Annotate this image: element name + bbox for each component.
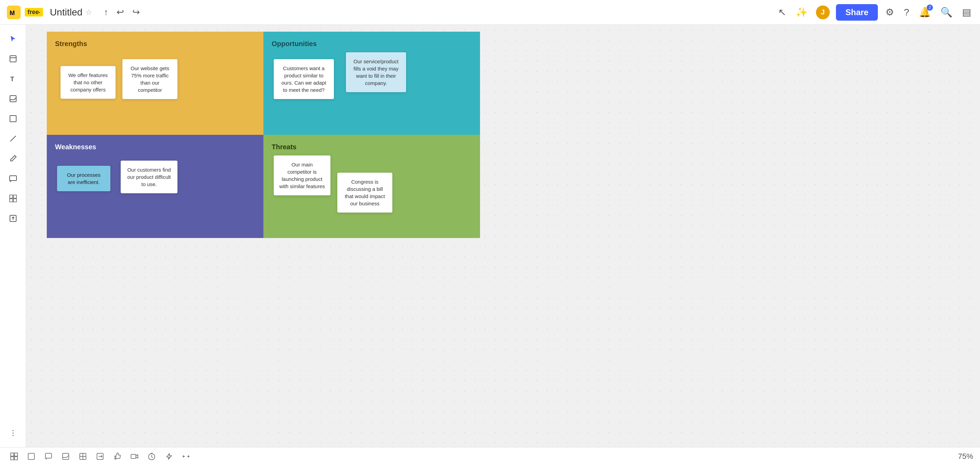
quadrant-threats: Threats Our main competitor is launching… <box>263 135 480 238</box>
svg-point-19 <box>13 435 13 436</box>
bottom-tool-grid[interactable] <box>7 451 21 462</box>
star-party-icon[interactable]: ✨ <box>794 5 810 20</box>
header: M free• Untitled ☆ ↑ ↩ ↪ ↖ ✨ J Share ⚙ ?… <box>0 0 980 25</box>
svg-rect-21 <box>14 453 18 456</box>
undo-button[interactable]: ↩ <box>115 5 126 20</box>
panel-icon[interactable]: ▤ <box>960 5 973 20</box>
miro-logo-icon: M <box>7 5 21 19</box>
bottom-tool-timer[interactable] <box>145 451 159 462</box>
strengths-label: Strengths <box>55 40 255 48</box>
svg-rect-13 <box>13 195 16 198</box>
quadrant-opportunities: Opportunities Customers want a product s… <box>263 32 480 135</box>
sidebar-tool-sticky[interactable] <box>5 90 22 107</box>
svg-rect-10 <box>10 176 16 181</box>
settings-icon[interactable]: ⚙ <box>883 5 896 20</box>
bottom-tool-link[interactable] <box>93 451 107 462</box>
weaknesses-label: Weaknesses <box>55 143 255 151</box>
free-badge: free• <box>25 8 43 16</box>
svg-rect-24 <box>28 453 34 460</box>
quadrant-weaknesses: Weaknesses Our processes are inefficient… <box>47 135 263 238</box>
bottom-tool-collapse[interactable] <box>179 451 193 462</box>
sidebar-tool-grid[interactable] <box>5 190 22 207</box>
swot-grid: Strengths We offer features that no othe… <box>47 32 480 238</box>
strength-note-2[interactable]: Our website gets 75% more traffic than o… <box>123 59 177 99</box>
svg-point-17 <box>13 430 13 431</box>
svg-text:M: M <box>10 10 15 16</box>
svg-rect-23 <box>14 457 18 460</box>
opportunity-note-1[interactable]: Customers want a product similar to ours… <box>274 59 334 99</box>
notifications-icon[interactable]: 🔔 2 <box>917 5 933 20</box>
sidebar-tool-line[interactable] <box>5 130 22 147</box>
svg-line-29 <box>67 455 69 457</box>
redo-button[interactable]: ↪ <box>130 5 142 20</box>
svg-rect-14 <box>10 199 13 202</box>
bottom-tool-video[interactable] <box>127 451 142 462</box>
sidebar-tool-text[interactable]: T <box>5 70 22 88</box>
cursor-icon[interactable]: ↖ <box>776 5 788 20</box>
sidebar-tool-frame[interactable] <box>5 50 22 67</box>
sidebar-tool-shape[interactable] <box>5 110 22 127</box>
weakness-note-1[interactable]: Our processes are inefficient. <box>57 166 110 191</box>
doc-title: Untitled ☆ <box>50 7 92 18</box>
threats-label: Threats <box>272 143 472 151</box>
bottom-tool-sticky[interactable] <box>59 451 73 462</box>
bottom-tool-grid2[interactable] <box>76 451 90 462</box>
weakness-note-2[interactable]: Our customers find our product difficult… <box>121 161 177 193</box>
header-actions: ↑ ↩ ↪ <box>102 5 142 20</box>
svg-rect-34 <box>131 454 136 459</box>
miro-logo: M <box>7 5 21 19</box>
bottom-tool-flash[interactable] <box>162 451 176 462</box>
search-icon[interactable]: 🔍 <box>939 5 955 20</box>
notification-badge: 2 <box>927 5 933 11</box>
bottom-toolbar: 75% <box>0 447 980 465</box>
sidebar-tool-more[interactable] <box>5 424 22 442</box>
threat-note-2[interactable]: Congress is discussing a bill that would… <box>337 173 392 213</box>
svg-point-18 <box>13 433 13 434</box>
svg-text:T: T <box>10 76 14 83</box>
opportunity-note-2[interactable]: Our service/product fills a void they ma… <box>346 52 406 92</box>
svg-rect-25 <box>45 453 52 458</box>
help-icon[interactable]: ? <box>902 5 911 20</box>
bottom-tool-comment[interactable] <box>41 451 56 462</box>
sidebar-tool-cursor[interactable] <box>5 30 22 48</box>
svg-rect-12 <box>10 195 13 198</box>
sidebar-tool-pen[interactable] <box>5 150 22 167</box>
bottom-tool-frame[interactable] <box>24 451 38 462</box>
canvas[interactable]: Strengths We offer features that no othe… <box>26 25 980 447</box>
sidebar-tool-comment[interactable] <box>5 170 22 187</box>
svg-rect-22 <box>11 457 14 460</box>
bottom-tool-like[interactable] <box>110 451 124 462</box>
share-button[interactable]: Share <box>836 4 878 21</box>
star-icon[interactable]: ☆ <box>85 8 92 17</box>
quadrant-strengths: Strengths We offer features that no othe… <box>47 32 263 135</box>
svg-rect-20 <box>11 453 14 456</box>
strength-note-1[interactable]: We offer features that no other company … <box>60 66 116 99</box>
opportunities-label: Opportunities <box>272 40 472 48</box>
upload-button[interactable]: ↑ <box>102 5 110 20</box>
sidebar: T <box>0 25 26 447</box>
svg-rect-2 <box>10 56 16 62</box>
header-left: M free• Untitled ☆ ↑ ↩ ↪ <box>7 5 142 20</box>
sidebar-tool-upload[interactable] <box>5 210 22 227</box>
svg-rect-15 <box>13 199 16 202</box>
threat-note-1[interactable]: Our main competitor is launching product… <box>274 156 331 195</box>
svg-line-9 <box>10 136 16 141</box>
avatar: J <box>815 5 830 20</box>
svg-rect-8 <box>10 116 16 122</box>
header-right: ↖ ✨ J Share ⚙ ? 🔔 2 🔍 ▤ <box>776 4 973 21</box>
zoom-level: 75% <box>958 452 973 461</box>
